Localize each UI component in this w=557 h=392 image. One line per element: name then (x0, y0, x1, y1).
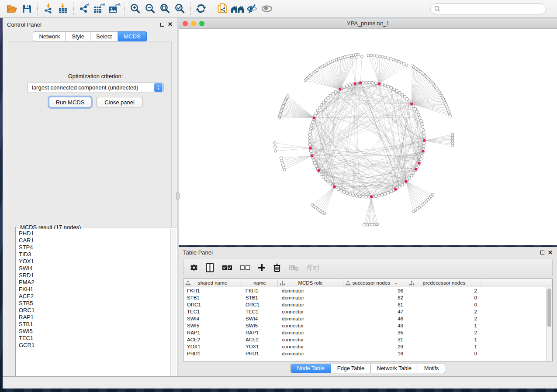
mcds-result-item[interactable]: SWI4 (19, 265, 170, 272)
network-canvas[interactable] (179, 29, 557, 244)
table-cell[interactable]: connector (278, 344, 343, 349)
mcds-result-item[interactable]: SRD1 (19, 272, 170, 279)
select-all-columns-icon[interactable] (222, 262, 232, 273)
mcds-result-item[interactable]: CAR1 (19, 237, 170, 244)
mcds-result-item[interactable]: GCR1 (19, 342, 170, 349)
float-window-icon[interactable] (160, 23, 164, 27)
mcds-result-item[interactable]: ACE2 (19, 293, 170, 300)
table-cell[interactable]: FKH1 (242, 288, 278, 293)
network-graph[interactable] (179, 29, 557, 244)
mcds-result-item[interactable]: STB5 (19, 300, 170, 307)
table-row[interactable]: TEC1TEC1connector472 (183, 308, 552, 315)
delete-column-icon[interactable] (273, 262, 281, 273)
mcds-result-item[interactable]: PMA2 (19, 279, 170, 286)
criterion-dropdown[interactable]: largest connected component (undirected)… (28, 82, 164, 93)
zoom-fit-icon[interactable] (158, 2, 173, 16)
zoom-selected-icon[interactable] (173, 2, 187, 16)
table-scrollbar-thumb[interactable] (547, 289, 551, 327)
table-row[interactable]: YOX1YOX1connector291 (183, 343, 552, 350)
table-row[interactable]: PHD1PHD1dominator180 (183, 350, 552, 357)
table-row[interactable]: SWI4SWI4dominator462 (183, 315, 552, 322)
mcds-result-item[interactable]: STP4 (19, 244, 170, 251)
first-neighbors-icon[interactable] (230, 2, 245, 16)
table-cell[interactable]: dominator (278, 351, 343, 356)
mcds-result-item[interactable]: PHD1 (19, 230, 170, 237)
sort-descending-icon[interactable]: ⌄ (394, 281, 398, 285)
table-cell[interactable]: STB1 (242, 295, 278, 300)
table-cell[interactable]: connector (278, 337, 343, 342)
table-cell[interactable]: 1 (407, 337, 481, 342)
table-cell[interactable]: dominator (278, 302, 343, 307)
toggle-columns-icon[interactable] (206, 262, 214, 273)
save-session-icon[interactable] (19, 2, 34, 16)
mcds-result-item[interactable]: RAP1 (19, 314, 170, 321)
table-cell[interactable]: SWI4 (242, 316, 278, 321)
export-table-icon[interactable] (92, 2, 107, 16)
create-column-icon[interactable] (258, 262, 266, 273)
column-header-name[interactable]: name (242, 279, 278, 287)
import-network-icon[interactable] (41, 2, 55, 16)
table-row[interactable]: SWI5SWI5connector431 (183, 322, 552, 329)
tab-motifs[interactable]: Motifs (418, 364, 445, 373)
mcds-result-item[interactable]: YOX1 (19, 258, 170, 265)
table-cell[interactable]: 47 (343, 309, 407, 314)
tab-mcds[interactable]: MCDS (118, 31, 146, 41)
tab-select[interactable]: Select (90, 31, 118, 41)
table-cell[interactable]: SWI5 (183, 323, 242, 328)
table-cell[interactable]: PHD1 (183, 351, 242, 356)
mcds-result-item[interactable]: TID3 (19, 251, 170, 258)
splitter-grip[interactable] (176, 193, 180, 199)
table-cell[interactable]: 18 (343, 351, 407, 356)
close-panel-icon[interactable]: ✕ (168, 22, 173, 27)
deselect-all-columns-icon[interactable] (240, 262, 250, 273)
mcds-result-item[interactable]: SWI5 (19, 328, 170, 335)
table-row[interactable]: ACE2ACE2connector311 (183, 336, 552, 343)
network-window-titlebar[interactable]: YPA_prune.txt_1 (179, 18, 557, 29)
table-row[interactable]: RAP1RAP1dominator352 (183, 329, 552, 336)
table-cell[interactable]: 0 (407, 295, 481, 300)
close-panel-icon[interactable]: ✕ (548, 251, 553, 255)
table-cell[interactable]: dominator (278, 330, 343, 335)
refresh-view-icon[interactable] (194, 2, 209, 16)
table-cell[interactable]: SWI4 (183, 316, 242, 321)
table-cell[interactable]: 1 (407, 323, 481, 328)
table-cell[interactable]: PHD1 (242, 351, 278, 356)
table-cell[interactable]: 46 (343, 316, 407, 321)
table-cell[interactable]: 0 (407, 302, 481, 307)
table-cell[interactable]: 29 (343, 344, 407, 349)
zoom-out-icon[interactable] (143, 2, 158, 16)
table-cell[interactable]: 62 (343, 295, 407, 300)
mcds-result-scrollbar[interactable] (170, 229, 176, 387)
table-cell[interactable]: 35 (343, 330, 407, 335)
tab-edge-table[interactable]: Edge Table (331, 364, 370, 373)
float-window-icon[interactable] (540, 251, 544, 254)
tab-network-table[interactable]: Network Table (370, 364, 418, 373)
table-cell[interactable]: TEC1 (242, 309, 278, 314)
column-header-mcds-role[interactable]: MCDS role (278, 279, 343, 287)
table-cell[interactable]: dominator (278, 316, 343, 321)
table-cell[interactable]: 61 (343, 302, 407, 307)
table-cell[interactable]: connector (278, 323, 343, 328)
table-cell[interactable]: STB1 (183, 295, 242, 300)
zoom-in-icon[interactable] (128, 2, 143, 16)
table-cell[interactable]: YOX1 (183, 344, 242, 349)
table-cell[interactable]: TEC1 (183, 309, 242, 314)
table-row[interactable]: ORC1ORC1dominator610 (183, 301, 552, 308)
table-scrollbar[interactable] (546, 287, 552, 361)
table-cell[interactable]: ORC1 (242, 302, 278, 307)
show-all-icon[interactable] (260, 2, 275, 16)
open-session-icon[interactable] (4, 2, 19, 16)
table-cell[interactable]: connector (278, 309, 343, 314)
duplicate-network-icon[interactable] (215, 2, 230, 16)
mcds-result-item[interactable]: TEC1 (19, 335, 170, 342)
table-row[interactable]: FKH1FKH1dominator962 (183, 287, 552, 294)
tab-style[interactable]: Style (66, 31, 90, 41)
table-cell[interactable]: dominator (278, 295, 343, 300)
table-cell[interactable]: 2 (407, 309, 481, 314)
table-cell[interactable]: 2 (407, 288, 481, 293)
table-cell[interactable]: ACE2 (183, 337, 242, 342)
mcds-result-item[interactable]: STB1 (19, 321, 170, 328)
table-settings-gear-icon[interactable] (190, 262, 198, 273)
table-cell[interactable]: 2 (407, 316, 481, 321)
table-cell[interactable]: YOX1 (242, 344, 278, 349)
